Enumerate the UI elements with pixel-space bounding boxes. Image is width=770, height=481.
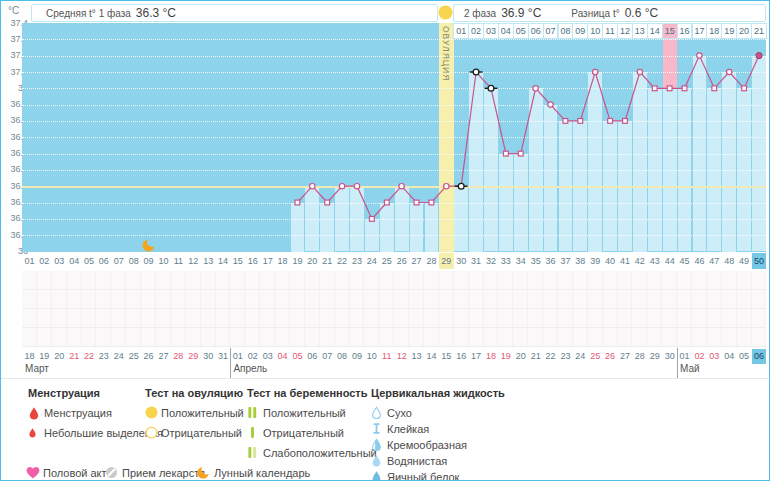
chart-day-column[interactable] (544, 105, 558, 252)
legend-item-label: Отрицательный (263, 427, 344, 439)
date-cell: 04 (722, 349, 737, 364)
cycle-day-cell[interactable]: 20 (305, 253, 320, 269)
cycle-day-cell[interactable]: 31 (469, 253, 484, 269)
date-cell: 11 (379, 349, 394, 364)
cycle-day-cell[interactable]: 38 (573, 253, 588, 269)
dpo-cell: 02 (468, 23, 484, 39)
chart-day-column[interactable] (320, 203, 334, 252)
date-cell: 01 (677, 349, 692, 364)
date-cell: 27 (618, 349, 633, 364)
cycle-day-cell[interactable]: 02 (37, 253, 52, 269)
cycle-day-cell[interactable]: 06 (96, 253, 111, 269)
cycle-day-cell[interactable]: 03 (52, 253, 67, 269)
cycle-day-cell[interactable]: 26 (394, 253, 409, 269)
cycle-day-cell[interactable]: 13 (201, 253, 216, 269)
date-cell: 26 (141, 349, 156, 364)
cycle-day-cell[interactable]: 36 (543, 253, 558, 269)
cycle-day-cell[interactable]: 28 (424, 253, 439, 269)
cycle-day-cell[interactable]: 10 (156, 253, 171, 269)
cycle-day-cell[interactable]: 42 (632, 253, 647, 269)
cycle-day-cell[interactable]: 05 (82, 253, 97, 269)
cycle-day-cell[interactable]: 16 (245, 253, 260, 269)
chart-day-column[interactable] (425, 203, 439, 252)
cycle-day-cell[interactable]: 23 (350, 253, 365, 269)
legend-item: Яичный белок (371, 469, 459, 481)
chart-day-column[interactable] (410, 203, 424, 252)
cycle-day-cell[interactable]: 27 (409, 253, 424, 269)
date-cell: 05 (737, 349, 752, 364)
dpo-cell: 12 (617, 23, 633, 39)
dpo-cell: 17 (692, 23, 708, 39)
fluid-dry-icon (371, 406, 387, 419)
cycle-day-cell[interactable]: 43 (647, 253, 662, 269)
legend-item: Небольшие выделения (28, 425, 163, 440)
cycle-day-cell[interactable]: 24 (364, 253, 379, 269)
cycle-day-cell[interactable]: 07 (111, 253, 126, 269)
cycle-day-cell[interactable]: 33 (498, 253, 513, 269)
date-cell: 06 (752, 349, 767, 364)
date-cell: 09 (350, 349, 365, 364)
ovulation-test-negative-icon (145, 426, 161, 439)
date-cell: 05 (290, 349, 305, 364)
cycle-day-cell[interactable]: 29 (439, 253, 454, 269)
cycle-day-cell[interactable]: 19 (290, 253, 305, 269)
legend-item: Положительный (247, 405, 346, 420)
cycle-day-cell[interactable]: 46 (692, 253, 707, 269)
month-label: Апрель (233, 363, 267, 374)
cycle-day-cell[interactable]: 21 (320, 253, 335, 269)
cycle-day-cell[interactable]: 04 (67, 253, 82, 269)
cycle-day-cell[interactable]: 08 (126, 253, 141, 269)
cycle-day-cell[interactable]: 39 (588, 253, 603, 269)
chart-day-column[interactable] (469, 72, 483, 252)
chart-day-column[interactable] (722, 72, 736, 252)
cycle-day-cell[interactable]: 49 (737, 253, 752, 269)
cycle-day-cell[interactable]: 15 (230, 253, 245, 269)
cycle-day-cell[interactable]: 22 (335, 253, 350, 269)
dpo-highlight-column (663, 39, 677, 88)
legend-item-label: Положительный (263, 407, 346, 419)
date-cell: 20 (52, 349, 67, 364)
chart-day-column[interactable] (380, 203, 394, 252)
cycle-day-cell[interactable]: 09 (141, 253, 156, 269)
pregnancy-test-negative-icon (247, 426, 263, 439)
cycle-day-cell[interactable]: 34 (513, 253, 528, 269)
legend-item: Менструация (28, 405, 112, 420)
menstruation-drop-icon (28, 406, 44, 420)
pregnancy-test-positive-icon (247, 406, 263, 419)
month-label: Май (680, 363, 700, 374)
cycle-day-cell[interactable]: 50 (752, 253, 767, 269)
date-cell: 18 (484, 349, 499, 364)
legend-item: Водянистая (371, 453, 447, 468)
cycle-day-cell[interactable]: 47 (707, 253, 722, 269)
cycle-day-cell[interactable]: 25 (379, 253, 394, 269)
cycle-day-cell[interactable]: 11 (171, 253, 186, 269)
cycle-day-cell[interactable]: 40 (603, 253, 618, 269)
diff-label: Разница t° (571, 8, 619, 19)
cycle-day-cell[interactable]: 44 (662, 253, 677, 269)
cycle-day-cell[interactable]: 45 (677, 253, 692, 269)
chart-day-column[interactable] (291, 203, 305, 252)
ovulation-test-positive-icon (145, 406, 161, 419)
cycle-day-cell[interactable]: 48 (722, 253, 737, 269)
month-separator (677, 348, 678, 378)
chart-day-column[interactable] (633, 72, 647, 252)
cycle-day-cell[interactable]: 18 (275, 253, 290, 269)
cycle-day-cell[interactable]: 32 (484, 253, 499, 269)
phase2-label: 2 фаза (464, 8, 496, 19)
cycle-day-cell[interactable]: 01 (22, 253, 37, 269)
cycle-day-cell[interactable]: 41 (618, 253, 633, 269)
cycle-day-cell[interactable]: 37 (558, 253, 573, 269)
cycle-day-cell[interactable]: 12 (186, 253, 201, 269)
cycle-day-cell[interactable]: 14 (216, 253, 231, 269)
cycle-day-cell[interactable]: 17 (260, 253, 275, 269)
dpo-cell: 06 (528, 23, 544, 39)
legend-item-label: Лунный календарь (214, 467, 310, 479)
cycle-day-cell[interactable]: 35 (528, 253, 543, 269)
legend-item-label: Яичный белок (387, 471, 459, 481)
date-cell: 25 (588, 349, 603, 364)
chart-day-column[interactable] (588, 72, 602, 252)
pregnancy-test-weak-icon (247, 446, 263, 459)
legend-item-label: Положительный (161, 407, 244, 419)
date-cell: 04 (275, 349, 290, 364)
cycle-day-cell[interactable]: 30 (454, 253, 469, 269)
